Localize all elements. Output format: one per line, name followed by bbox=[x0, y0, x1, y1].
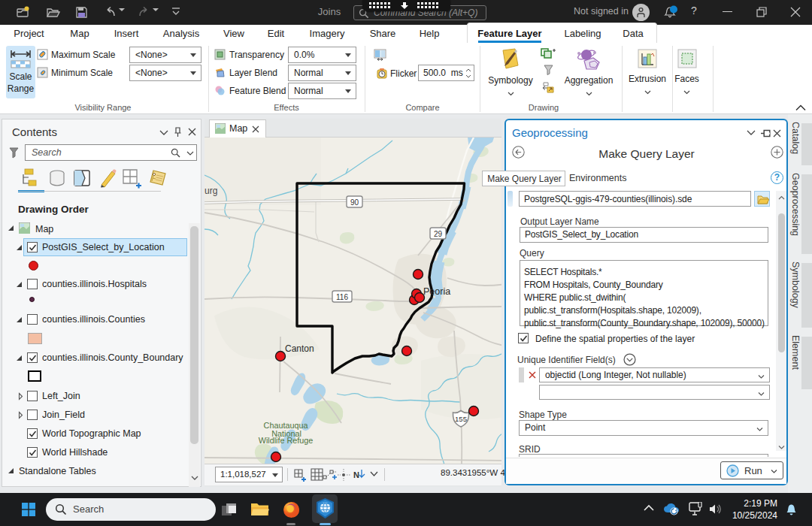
svg-text:Peoria: Peoria bbox=[423, 286, 450, 297]
svg-text:116: 116 bbox=[336, 293, 348, 301]
svg-text:Canton: Canton bbox=[285, 343, 314, 354]
svg-text:Wildlife Refuge: Wildlife Refuge bbox=[259, 436, 314, 445]
svg-text:urg: urg bbox=[205, 186, 217, 196]
svg-text:N: N bbox=[353, 470, 359, 479]
svg-text:90: 90 bbox=[350, 198, 359, 207]
svg-text:155: 155 bbox=[455, 415, 467, 423]
svg-text:29: 29 bbox=[434, 230, 443, 238]
